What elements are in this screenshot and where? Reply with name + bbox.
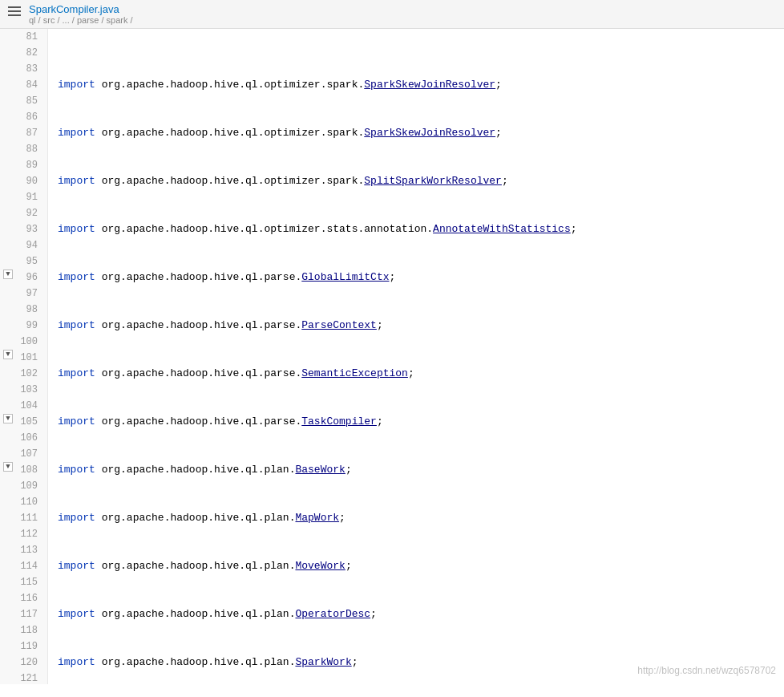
app-container: SparkCompiler.java ql / src / ... / pars… (0, 0, 784, 684)
file-path: ql / src / ... / parse / spark / (29, 15, 133, 25)
fold-101[interactable]: ▼ (3, 350, 13, 359)
line-91: import org.apache.hadoop.hive.ql.plan.Mo… (58, 558, 784, 574)
fold-105[interactable]: ▼ (3, 414, 13, 423)
line-82: import org.apache.hadoop.hive.ql.optimiz… (58, 125, 784, 141)
line-84: import org.apache.hadoop.hive.ql.optimiz… (58, 221, 784, 237)
line-83: import org.apache.hadoop.hive.ql.optimiz… (58, 173, 784, 189)
code-container: ▼ ▼ ▼ ▼ 81 82 83 84 85 86 87 88 89 90 91… (0, 29, 784, 684)
fold-gutter: ▼ ▼ ▼ ▼ (0, 29, 18, 684)
menu-button[interactable] (6, 3, 22, 19)
fold-96[interactable]: ▼ (3, 269, 13, 279)
code-content: import org.apache.hadoop.hive.ql.optimiz… (48, 29, 784, 684)
line-92: import org.apache.hadoop.hive.ql.plan.Op… (58, 606, 784, 622)
file-name: SparkCompiler.java (29, 3, 133, 15)
fold-110[interactable]: ▼ (3, 462, 13, 472)
top-bar: SparkCompiler.java ql / src / ... / pars… (0, 0, 784, 29)
line-81: import org.apache.hadoop.hive.ql.optimiz… (58, 77, 784, 93)
code-area: ▼ ▼ ▼ ▼ 81 82 83 84 85 86 87 88 89 90 91… (0, 29, 784, 684)
line-numbers: 81 82 83 84 85 86 87 88 89 90 91 92 93 9… (18, 29, 48, 684)
line-90: import org.apache.hadoop.hive.ql.plan.Ma… (58, 510, 784, 526)
line-87: import org.apache.hadoop.hive.ql.parse.S… (58, 366, 784, 382)
line-89: import org.apache.hadoop.hive.ql.plan.Ba… (58, 462, 784, 478)
file-info: SparkCompiler.java ql / src / ... / pars… (29, 3, 133, 25)
line-88: import org.apache.hadoop.hive.ql.parse.T… (58, 414, 784, 430)
line-86: import org.apache.hadoop.hive.ql.parse.P… (58, 318, 784, 334)
line-93: import org.apache.hadoop.hive.ql.plan.Sp… (58, 654, 784, 671)
line-85: import org.apache.hadoop.hive.ql.parse.G… (58, 269, 784, 286)
